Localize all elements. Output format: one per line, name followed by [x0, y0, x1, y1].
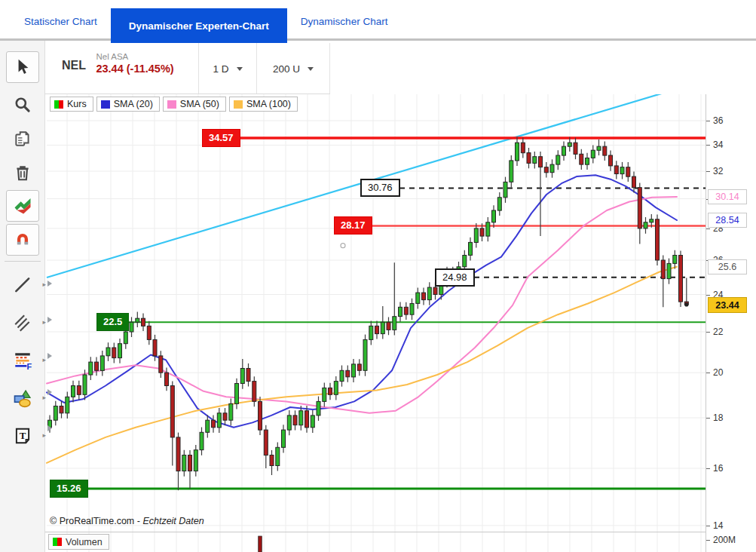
candle [66, 397, 69, 413]
sma100-swatch-icon [234, 100, 243, 109]
axis-tick-label: 34 [713, 140, 723, 150]
edge-handle-icon[interactable] [47, 353, 52, 359]
candle [597, 146, 601, 150]
candle [574, 143, 577, 154]
axis-tick [706, 228, 710, 229]
candle [492, 210, 496, 222]
parallel-lines-tool-button[interactable] [6, 307, 39, 339]
candle [170, 386, 174, 437]
candle [661, 260, 665, 279]
candle [77, 386, 81, 395]
fibonacci-tool-button[interactable]: F [6, 345, 39, 376]
axis-tick [706, 418, 710, 419]
legend-item-kurs[interactable]: Kurs [50, 97, 93, 112]
candle [381, 322, 384, 333]
edge-handle-icon[interactable] [47, 281, 52, 287]
candle [486, 222, 490, 236]
price-axis[interactable]: 363432302826242220181614200M30.1428.5425… [705, 94, 756, 552]
chevron-down-icon [308, 67, 314, 74]
axis-tick [706, 526, 710, 526]
candle [95, 362, 99, 370]
candlestick-style-icon [12, 195, 33, 216]
candle [591, 150, 595, 158]
sma50-swatch-icon [167, 100, 176, 109]
instrument-name: Nel ASA [96, 52, 173, 61]
candle [586, 158, 589, 165]
sma20-line[interactable] [47, 175, 677, 428]
level-label[interactable]: 30.76 [360, 179, 400, 197]
candle [72, 386, 75, 397]
axis-price-label-25.6: 25.6 [708, 259, 747, 274]
candle [142, 318, 145, 326]
cursor-icon [13, 57, 32, 77]
delete-tool-button[interactable] [6, 157, 39, 189]
axis-price-label-28.54: 28.54 [708, 213, 747, 228]
candle [334, 382, 338, 395]
copy-tool-button[interactable] [6, 123, 39, 155]
axis-tick-label: 18 [713, 412, 723, 423]
zoom-tool-button[interactable] [6, 89, 39, 121]
level-label[interactable]: 24.98 [435, 268, 475, 287]
legend-item-sma100[interactable]: SMA (100) [229, 97, 298, 112]
tab-dynamischer-experten-chart[interactable]: Dynamischer Experten-Chart [111, 8, 287, 43]
fibonacci-icon: F [13, 351, 32, 370]
candle [264, 430, 268, 455]
axis-tick-label: 14 [713, 520, 723, 531]
axis-tick [706, 145, 710, 146]
candle [54, 406, 57, 421]
last-price-change: 23.44 (-11.45%) [96, 63, 173, 75]
candle [188, 455, 192, 471]
candle [556, 155, 560, 164]
level-label[interactable]: 34.57 [202, 129, 240, 147]
candle [521, 143, 525, 153]
edge-handle-icon[interactable] [47, 317, 52, 323]
candle [352, 364, 356, 377]
level-label[interactable]: 22.5 [96, 313, 129, 331]
timeframe-dropdown[interactable]: 1 D [198, 43, 256, 94]
candle [194, 450, 197, 471]
periods-value: 200 U [273, 63, 300, 75]
level-label[interactable]: 15.26 [50, 480, 88, 498]
tab-statischer-chart[interactable]: Statischer Chart [11, 0, 111, 43]
candle [246, 369, 250, 382]
text-tool-button[interactable]: T [6, 420, 39, 452]
shapes-tool-button[interactable] [6, 382, 39, 414]
volume-bar [259, 536, 262, 552]
axis-tick [706, 171, 710, 172]
legend-item-sma20[interactable]: SMA (20) [96, 97, 160, 112]
realtime-note: Echtzeit Daten [142, 516, 204, 526]
candle [497, 198, 501, 210]
line-icon [13, 275, 32, 295]
chart-tab-bar: Statischer Chart Dynamischer Experten-Ch… [0, 0, 756, 43]
candle [363, 339, 367, 370]
candle [329, 388, 332, 394]
price-chart-canvas[interactable] [45, 94, 705, 552]
candle [106, 348, 110, 356]
candle [200, 432, 204, 449]
candle [603, 146, 607, 155]
level-label[interactable]: 28.17 [334, 216, 372, 235]
legend-item-volumen[interactable]: Volumen [48, 534, 109, 550]
candle [165, 373, 169, 385]
annotation-circle[interactable] [341, 244, 345, 248]
trading-chart-app: Statischer Chart Dynamischer Experten-Ch… [0, 0, 756, 552]
attribution: © ProRealTime.com - Echtzeit Daten [50, 516, 204, 526]
candle [427, 287, 431, 300]
candle [516, 143, 519, 161]
trend-line[interactable] [47, 94, 663, 278]
chart-style-tool-button[interactable] [6, 190, 39, 222]
magnet-tool-button[interactable] [6, 224, 39, 256]
legend-label: SMA (20) [114, 99, 153, 109]
candle [317, 401, 320, 416]
candle [240, 369, 244, 384]
legend-item-sma50[interactable]: SMA (50) [163, 97, 226, 112]
cursor-tool-button[interactable] [6, 51, 39, 83]
tab-dynamischer-chart[interactable]: Dynamischer Chart [287, 0, 402, 43]
candle [287, 416, 291, 430]
trend-line-tool-button[interactable] [6, 269, 39, 301]
candle [311, 416, 314, 428]
sma100-line[interactable] [47, 267, 677, 463]
provider-link[interactable]: © ProRealTime.com - [50, 516, 140, 526]
candle [539, 157, 543, 167]
periods-dropdown[interactable]: 200 U [256, 43, 329, 94]
